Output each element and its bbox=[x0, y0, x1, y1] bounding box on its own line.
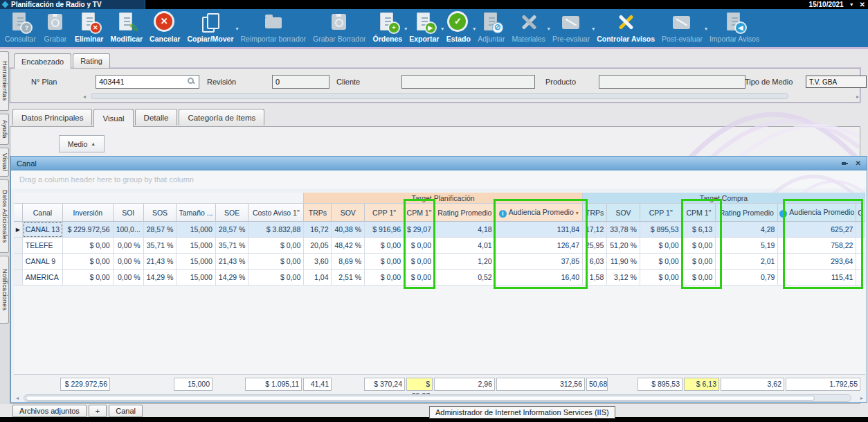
cell-inversion[interactable]: $ 229.972,56 bbox=[63, 222, 114, 238]
grid-scrollbar-thumb[interactable] bbox=[26, 396, 815, 401]
cell-sos[interactable]: 21,43 % bbox=[144, 254, 177, 270]
cell-cpp_plan[interactable]: $ 0,00 bbox=[365, 238, 404, 254]
cell-trps_compra[interactable]: 6,03 bbox=[583, 254, 607, 270]
toolbar-button-importar-avisos[interactable]: ◀Importar Avisos bbox=[706, 9, 763, 47]
column-header-soe[interactable]: SOE bbox=[216, 204, 249, 222]
cell-cpm_compra[interactable]: $ 0,00 bbox=[682, 238, 716, 254]
column-header-cpp_plan[interactable]: CPP 1" bbox=[365, 204, 404, 222]
cell-cpm_plan[interactable]: $ 0,00 bbox=[404, 270, 435, 285]
cell-soi[interactable]: 100,0... bbox=[114, 222, 144, 238]
cell-rating_plan[interactable]: 4,18 bbox=[435, 222, 496, 238]
filter-caret-icon[interactable]: ▾ bbox=[576, 210, 579, 216]
date-dropdown-caret-icon[interactable]: ▼ bbox=[849, 2, 854, 7]
cell-costo_aviso[interactable]: $ 0,00 bbox=[248, 254, 304, 270]
cell-tamano[interactable]: 15,000 bbox=[177, 222, 216, 238]
cell-cpp_compra[interactable]: $ 895,53 bbox=[640, 222, 682, 238]
side-tab-herramientas[interactable]: Herramientas bbox=[0, 51, 9, 111]
cell-cpm_plan[interactable]: $ 29,07 bbox=[404, 222, 435, 238]
cell-inversion[interactable]: $ 0,00 bbox=[63, 238, 114, 254]
column-header-trps_plan[interactable]: TRPs bbox=[304, 204, 332, 222]
cell-soe[interactable]: 35,71 % bbox=[216, 238, 249, 254]
cell-sov_compra[interactable]: 51,20 % bbox=[607, 238, 640, 254]
cell-soe[interactable]: 21,43 % bbox=[216, 254, 249, 270]
cell-costo_aviso[interactable]: $ 0,00 bbox=[248, 238, 304, 254]
toolbar-button-modificar[interactable]: ✎Modificar bbox=[107, 9, 146, 47]
cell-tamano[interactable]: 15,000 bbox=[177, 238, 216, 254]
side-tab-notificaciones[interactable]: Notificaciones bbox=[0, 256, 9, 324]
bottom-tab-canal[interactable]: Canal bbox=[109, 405, 143, 417]
cell-aud_compra[interactable]: 115,41 bbox=[778, 270, 856, 285]
cell-trps_plan[interactable]: 20,05 bbox=[304, 238, 332, 254]
toolbar-button-grabar-borrador[interactable]: Grabar Borrador bbox=[309, 9, 369, 47]
cell-cpp_compra[interactable]: $ 0,00 bbox=[640, 254, 682, 270]
cell-tamano[interactable]: 15,000 bbox=[177, 254, 216, 270]
toolbar-button-estado[interactable]: ✓▾Estado bbox=[442, 9, 474, 47]
cell-aud_plan[interactable]: 37,85 bbox=[496, 254, 583, 270]
cell-tamano[interactable]: 15,000 bbox=[177, 270, 216, 285]
toolbar-button-copiar-mover[interactable]: ▾Copiar/Mover bbox=[183, 9, 237, 47]
cell-sov_plan[interactable]: 2,51 % bbox=[332, 270, 365, 285]
cell-cpm_compra[interactable]: $ 0,00 bbox=[682, 270, 716, 285]
column-header-aud_plan[interactable]: iAudiencia Promedio▾ bbox=[496, 204, 583, 222]
toolbar-button-post-evaluar[interactable]: ▾Post-evaluar bbox=[658, 9, 706, 47]
app-tab[interactable]: Planificación de Radio y TV bbox=[0, 0, 145, 9]
column-header-cpm_compra[interactable]: CPM 1" bbox=[682, 204, 716, 222]
column-header-sos[interactable]: SOS bbox=[144, 204, 177, 222]
table-row-telefe[interactable]: TELEFE$ 0,000,00 %35,71 %15,00035,71 %$ … bbox=[14, 238, 865, 254]
toolbar-button-eliminar[interactable]: ✕Eliminar bbox=[71, 9, 107, 47]
n-plan-input[interactable] bbox=[96, 75, 199, 89]
table-row-america[interactable]: AMERICA$ 0,000,00 %14,29 %15,00014,29 %$… bbox=[14, 270, 865, 285]
cell-canal[interactable]: CANAL 9 bbox=[23, 254, 63, 270]
cell-trps_compra[interactable]: 17,12 bbox=[583, 222, 607, 238]
cell-soi[interactable]: 0,00 % bbox=[114, 238, 144, 254]
cell-cpp_compra[interactable]: $ 0,00 bbox=[640, 238, 682, 254]
cell-rating_plan[interactable]: 4,01 bbox=[435, 238, 496, 254]
cell-rating_compra[interactable]: 4,28 bbox=[716, 222, 778, 238]
cell-cpp_compra[interactable]: $ 0,00 bbox=[640, 270, 682, 285]
cell-rating_compra[interactable]: 2,01 bbox=[716, 254, 778, 270]
cell-sov_compra[interactable]: 33,78 % bbox=[607, 222, 640, 238]
side-tab-ayuda[interactable]: Ayuda bbox=[0, 114, 9, 145]
column-header-cpm_plan[interactable]: CPM 1" bbox=[404, 204, 435, 222]
cell-cpp_plan[interactable]: $ 0,00 bbox=[365, 270, 404, 285]
column-header-sov_plan[interactable]: SOV bbox=[332, 204, 365, 222]
cell-rating_compra[interactable]: 0,79 bbox=[716, 270, 778, 285]
bottom-tab-archivos-adjuntos[interactable]: Archivos adjuntos bbox=[12, 405, 87, 417]
cell-trps_compra[interactable]: 1,58 bbox=[583, 270, 607, 285]
pin-icon[interactable] bbox=[841, 160, 849, 167]
tab-detalle[interactable]: Detalle bbox=[135, 109, 178, 125]
window-close-icon[interactable]: ✕ bbox=[860, 1, 865, 8]
tipo-medio-input[interactable] bbox=[806, 76, 867, 88]
cell-rating_plan[interactable]: 0,52 bbox=[435, 270, 496, 285]
form-scrollbar[interactable] bbox=[91, 93, 788, 99]
column-header-trps_compra[interactable]: TRPs bbox=[583, 204, 607, 222]
cell-canal[interactable]: TELEFE bbox=[23, 238, 63, 254]
cell-sov_compra[interactable]: 3,12 % bbox=[607, 270, 640, 285]
column-header-tamano[interactable]: Tamaño ... bbox=[177, 204, 216, 222]
cell-sov_compra[interactable]: 11,90 % bbox=[607, 254, 640, 270]
column-header-aud_compra[interactable]: iAudiencia Promedio bbox=[778, 204, 856, 222]
cell-cpp_plan[interactable]: $ 0,00 bbox=[365, 254, 404, 270]
tab-rating[interactable]: Rating bbox=[73, 53, 110, 68]
cell-inversion[interactable]: $ 0,00 bbox=[63, 270, 114, 285]
table-row-canal-13[interactable]: ▶CANAL 13$ 229.972,56100,0...28,57 %15,0… bbox=[14, 222, 865, 238]
cell-costo_aviso[interactable]: $ 0,00 bbox=[248, 270, 304, 285]
form-scroll-right-icon[interactable]: ▸ bbox=[856, 94, 859, 100]
cell-soe[interactable]: 28,57 % bbox=[216, 222, 249, 238]
tab-visual[interactable]: Visual bbox=[93, 109, 133, 127]
cell-canal[interactable]: AMERICA bbox=[23, 270, 63, 285]
grid-scroll-right-icon[interactable]: ▸ bbox=[860, 395, 863, 401]
cell-rating_plan[interactable]: 1,20 bbox=[435, 254, 496, 270]
cell-soi[interactable]: 0,00 % bbox=[114, 254, 144, 270]
side-tab-visual[interactable]: Visual bbox=[0, 148, 9, 177]
column-header-cpp_compra[interactable]: CPP 1" bbox=[640, 204, 682, 222]
grid-scrollbar-track[interactable] bbox=[24, 394, 851, 402]
medio-column-header[interactable]: Medio ▲ bbox=[59, 135, 105, 152]
column-header-soi[interactable]: SOI bbox=[114, 204, 144, 222]
cell-sov_plan[interactable]: 8,69 % bbox=[332, 254, 365, 270]
column-header-rating_compra[interactable]: Rating Promedio bbox=[716, 204, 778, 222]
side-tab-datos-adicionales[interactable]: Datos Adicionales bbox=[0, 179, 9, 253]
column-header-sov_compra[interactable]: SOV bbox=[607, 204, 640, 222]
cell-trps_plan[interactable]: 3,60 bbox=[304, 254, 332, 270]
column-header-canal[interactable]: Canal bbox=[23, 204, 63, 222]
